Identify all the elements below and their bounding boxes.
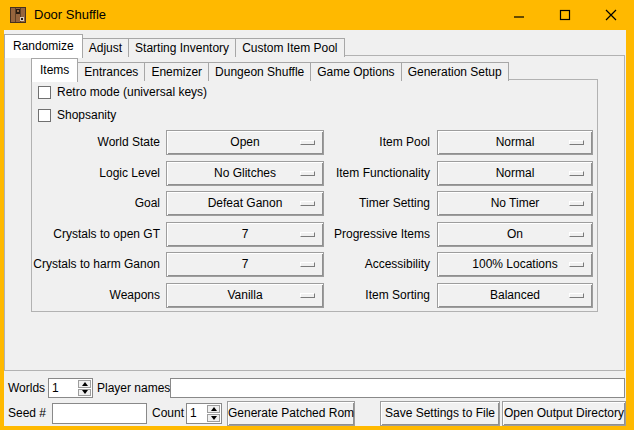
progressive-items-dropdown[interactable]: On [437, 222, 593, 247]
shopsanity-label: Shopsanity [57, 109, 116, 122]
dropdown-indicator-icon [569, 201, 584, 206]
progressive-items-label: Progressive Items [295, 222, 430, 247]
dropdown-indicator-icon [569, 293, 584, 298]
weapons-label: Weapons [33, 283, 160, 308]
accessibility-dropdown[interactable]: 100% Locations [437, 252, 593, 277]
count-spinner[interactable]: 1 [186, 403, 222, 424]
item-functionality-label: Item Functionality [295, 161, 430, 186]
item-sorting-label: Item Sorting [295, 283, 430, 308]
seed-label: Seed # [8, 403, 46, 424]
accessibility-label: Accessibility [295, 252, 430, 277]
count-label: Count [152, 403, 184, 424]
accessibility-value: 100% Locations [472, 257, 557, 271]
item-pool-value: Normal [496, 135, 535, 149]
app-window: Door Shuffle Randomize Adjust Starting I… [0, 0, 634, 430]
item-functionality-value: Normal [496, 166, 535, 180]
world-state-value: Open [230, 135, 259, 149]
count-spin-down-icon[interactable] [207, 414, 220, 422]
goal-value: Defeat Ganon [208, 196, 283, 210]
count-value: 1 [190, 404, 197, 423]
generate-patched-rom-button[interactable]: Generate Patched Rom [227, 401, 355, 426]
item-functionality-dropdown[interactable]: Normal [437, 161, 593, 186]
item-pool-label: Item Pool [295, 130, 430, 155]
seed-input[interactable] [52, 403, 147, 424]
item-pool-dropdown[interactable]: Normal [437, 130, 593, 155]
shopsanity-checkbox[interactable] [38, 109, 51, 122]
open-output-directory-button[interactable]: Open Output Directory [502, 401, 626, 426]
player-names-input[interactable] [170, 378, 625, 398]
tab-randomize[interactable]: Randomize [4, 34, 83, 58]
progressive-items-value: On [507, 227, 523, 241]
worlds-spin-up-icon[interactable] [78, 380, 91, 388]
player-names-label: Player names [97, 378, 170, 398]
worlds-spinner[interactable]: 1 [48, 378, 93, 398]
crystals-gt-value: 7 [242, 227, 249, 241]
worlds-label: Worlds [8, 378, 45, 398]
weapons-value: Vanilla [227, 288, 262, 302]
dropdown-indicator-icon [569, 262, 584, 267]
crystals-ganon-label: Crystals to harm Ganon [33, 252, 160, 277]
dropdown-indicator-icon [569, 171, 584, 176]
player-names-value [171, 381, 174, 395]
crystals-gt-label: Crystals to open GT [33, 222, 160, 247]
worlds-spin-down-icon[interactable] [78, 389, 91, 397]
retro-mode-checkbox[interactable] [38, 86, 51, 99]
timer-setting-label: Timer Setting [295, 191, 430, 216]
item-sorting-dropdown[interactable]: Balanced [437, 283, 593, 308]
timer-setting-value: No Timer [491, 196, 540, 210]
world-state-label: World State [33, 130, 160, 155]
logic-level-label: Logic Level [33, 161, 160, 186]
logic-level-value: No Glitches [214, 166, 276, 180]
retro-mode-label: Retro mode (universal keys) [57, 86, 207, 99]
tab-items[interactable]: Items [31, 58, 78, 82]
item-sorting-value: Balanced [490, 288, 540, 302]
timer-setting-dropdown[interactable]: No Timer [437, 191, 593, 216]
goal-label: Goal [33, 191, 160, 216]
save-settings-button[interactable]: Save Settings to File [380, 401, 500, 426]
seed-value [53, 406, 56, 420]
dropdown-indicator-icon [569, 140, 584, 145]
dropdown-indicator-icon [569, 232, 584, 237]
worlds-value: 1 [52, 379, 59, 397]
count-spin-up-icon[interactable] [207, 405, 220, 413]
crystals-ganon-value: 7 [242, 257, 249, 271]
